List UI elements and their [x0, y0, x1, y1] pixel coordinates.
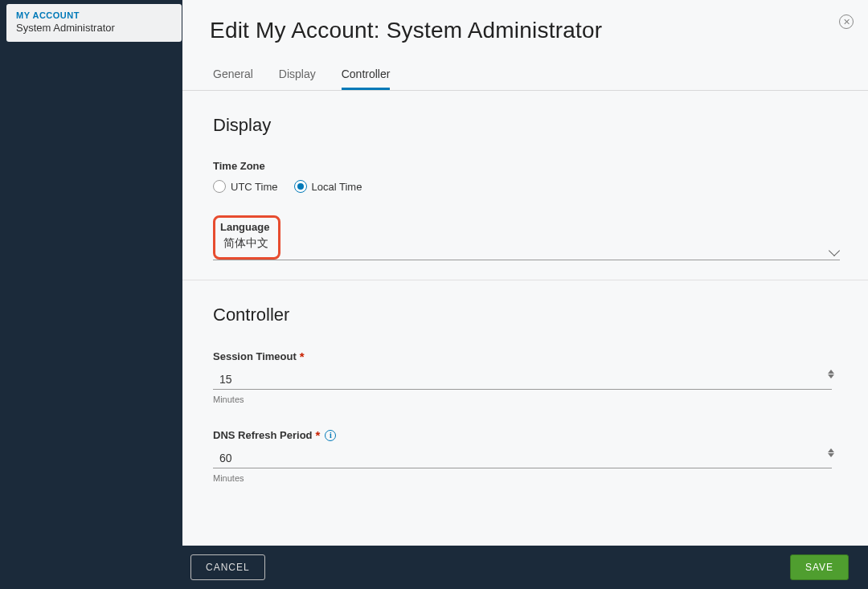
info-icon[interactable]: i — [325, 430, 336, 441]
tab-display[interactable]: Display — [279, 67, 316, 90]
save-button[interactable]: SAVE — [790, 554, 849, 580]
footer-bar: CANCEL SAVE — [0, 546, 868, 589]
controller-heading: Controller — [213, 305, 837, 325]
dns-refresh-label: DNS Refresh Period * i — [213, 428, 837, 442]
chevron-down-icon — [828, 453, 834, 457]
radio-icon — [294, 180, 307, 193]
language-value: 简体中文 — [220, 235, 270, 252]
radio-local-label: Local Time — [312, 181, 362, 193]
dns-refresh-hint: Minutes — [213, 473, 837, 483]
tabs: General Display Controller — [182, 43, 868, 91]
main-panel: ✕ Edit My Account: System Administrator … — [182, 0, 868, 546]
chevron-up-icon — [828, 370, 834, 374]
radio-utc-time[interactable]: UTC Time — [213, 180, 278, 193]
display-heading: Display — [213, 115, 837, 136]
timezone-radios: UTC Time Local Time — [213, 177, 837, 193]
chevron-down-icon — [829, 245, 840, 256]
timezone-label: Time Zone — [213, 160, 837, 172]
tab-general[interactable]: General — [213, 67, 253, 90]
tab-controller[interactable]: Controller — [342, 67, 391, 90]
session-timeout-label: Session Timeout * — [213, 350, 837, 363]
language-label: Language — [220, 221, 270, 233]
radio-utc-label: UTC Time — [231, 181, 278, 193]
nav-card-subtitle: System Administrator — [16, 22, 172, 34]
language-dropdown-toggle[interactable] — [280, 247, 840, 260]
dns-refresh-field: DNS Refresh Period * i Minutes — [213, 428, 837, 483]
dns-refresh-input[interactable] — [213, 448, 832, 468]
language-select[interactable]: Language 简体中文 — [213, 193, 840, 260]
nav-card-title: MY ACCOUNT — [16, 10, 172, 20]
chevron-up-icon — [828, 448, 834, 452]
nav-card-account[interactable]: MY ACCOUNT System Administrator — [6, 4, 182, 42]
section-controller: Controller Session Timeout * Minutes DNS… — [182, 280, 868, 515]
required-asterisk: * — [316, 428, 321, 442]
dns-refresh-stepper[interactable] — [825, 447, 837, 459]
cancel-button[interactable]: CANCEL — [190, 554, 265, 580]
chevron-down-icon — [828, 374, 834, 378]
required-asterisk: * — [300, 350, 305, 363]
language-highlight: Language 简体中文 — [213, 215, 280, 260]
radio-local-time[interactable]: Local Time — [294, 180, 362, 193]
session-timeout-input[interactable] — [213, 370, 832, 390]
radio-icon — [213, 180, 226, 193]
section-display: Display Time Zone UTC Time Local Time La… — [182, 91, 868, 280]
page-title: Edit My Account: System Administrator — [182, 0, 868, 43]
session-timeout-stepper[interactable] — [825, 368, 837, 380]
session-timeout-hint: Minutes — [213, 395, 837, 404]
session-timeout-field: Session Timeout * Minutes — [213, 350, 837, 404]
left-nav: MY ACCOUNT System Administrator — [0, 0, 182, 546]
close-icon[interactable]: ✕ — [839, 14, 854, 29]
